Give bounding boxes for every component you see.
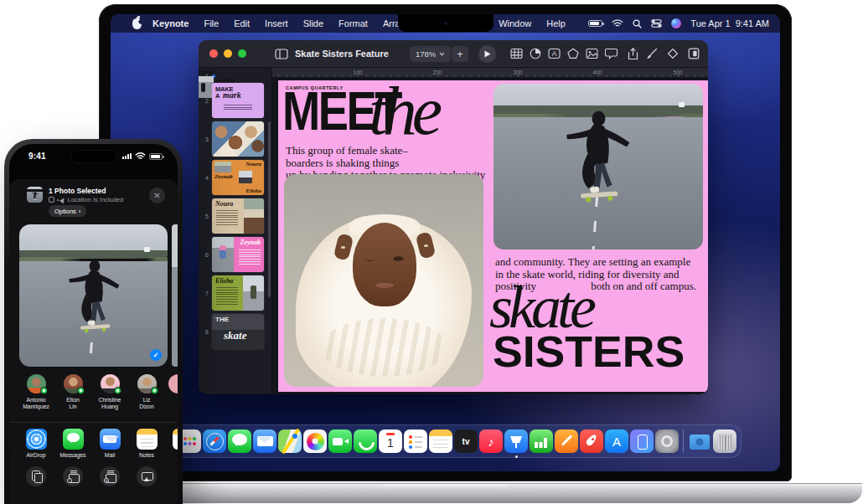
messages-badge-icon (77, 387, 85, 394)
dock-icon-numbers[interactable] (530, 429, 553, 453)
text-box-button[interactable]: A (548, 48, 561, 59)
close-button[interactable]: ✕ (149, 188, 165, 203)
dock-icon-mail[interactable] (253, 429, 276, 453)
animate-button[interactable] (667, 48, 679, 59)
slide-thumbnail-1-selected[interactable]: MEET the SISTERS (212, 75, 215, 78)
add-to-shared-album-action[interactable] (54, 466, 91, 486)
menu-keynote[interactable]: Keynote (145, 18, 196, 28)
ruler-tick: 500 (674, 69, 683, 75)
zoom-to-fit-button[interactable]: + (452, 46, 468, 62)
airdrop-contact[interactable]: AntonioManriquez (18, 374, 54, 410)
menu-format[interactable]: Format (331, 18, 375, 28)
add-to-album-action[interactable]: + (91, 466, 128, 486)
spotlight-search-icon[interactable] (633, 19, 642, 28)
comment-button[interactable] (605, 48, 618, 59)
media-button[interactable] (586, 48, 598, 59)
menu-bar-clock[interactable]: Tue Apr 1 9:41 AM (690, 18, 769, 28)
dock-icon-iphone-mirroring[interactable] (630, 429, 654, 453)
close-window-button[interactable] (209, 49, 218, 58)
airdrop-contact[interactable]: EltonLin (54, 374, 91, 410)
dock-icon-notes[interactable] (429, 429, 452, 453)
dock-icon-settings[interactable] (655, 429, 679, 453)
slide-thumbnail-6[interactable]: Zeynab (212, 237, 264, 272)
control-center-icon[interactable] (651, 19, 662, 28)
options-button[interactable]: Options › (49, 205, 86, 217)
messages-badge-icon (151, 387, 158, 394)
document-button[interactable] (688, 48, 700, 59)
share-apps-row: AirDrop Messages Mail Notes (18, 429, 178, 458)
slide-number: 4 (199, 174, 212, 182)
dock-icon-trash[interactable] (713, 429, 736, 453)
slide-1-editor[interactable]: CAMPUS QUARTERLY MEET the This group of … (278, 80, 708, 392)
table-button[interactable] (510, 48, 523, 59)
dock-icon-music[interactable]: ♪ (479, 429, 503, 453)
dock-icon-safari[interactable] (203, 429, 226, 453)
selected-check-badge: ✓ (150, 349, 162, 361)
insert-tools-group: A (510, 48, 618, 59)
slide-thumbnail-7[interactable]: Elisha (212, 275, 264, 311)
share-button[interactable] (628, 48, 638, 60)
menu-bar-status: Tue Apr 1 9:41 AM (588, 18, 769, 28)
view-sidebar-button[interactable] (275, 49, 288, 59)
dock-icon-downloads[interactable] (688, 429, 711, 453)
dock-icon-tv[interactable]: tv (454, 429, 478, 453)
battery-icon (149, 153, 163, 160)
status-time: 9:41 (28, 152, 46, 161)
siri-icon[interactable] (671, 18, 681, 28)
ruler-tick: 300 (514, 69, 523, 75)
menu-items: KeynoteFileEditInsertSlideFormatArrangeV… (145, 18, 573, 28)
dock-icon-photos[interactable] (303, 429, 327, 453)
copy-action[interactable] (18, 466, 54, 486)
format-button[interactable] (646, 48, 658, 59)
share-actions-row: + (18, 466, 178, 486)
zoom-level-dropdown[interactable]: 178% (410, 46, 451, 62)
menu-window[interactable]: Window (491, 18, 539, 28)
shape-button[interactable] (567, 48, 579, 59)
menu-help[interactable]: Help (539, 18, 573, 28)
macbook: KeynoteFileEditInsertSlideFormatArrangeV… (99, 4, 792, 481)
slide-thumbnail-8[interactable]: THE skate (212, 314, 264, 349)
apple-menu-icon[interactable] (132, 18, 142, 29)
slide-thumbnail-5[interactable]: Noura (212, 198, 264, 234)
dock-icon-pages[interactable] (555, 429, 578, 453)
dock-icon-rocket[interactable] (580, 429, 603, 453)
selected-photo[interactable]: ✓ (19, 224, 168, 367)
contact-name: LizDizon (139, 397, 153, 410)
dock-icon-facetime[interactable] (328, 429, 352, 453)
minimize-window-button[interactable] (224, 49, 232, 58)
airdrop-contact[interactable]: LizDizon (128, 374, 165, 410)
notes-app[interactable]: Notes (128, 429, 165, 458)
slide-thumbnail-4[interactable]: Noura Zeynab Elisha (212, 160, 264, 195)
zoom-window-button[interactable] (238, 49, 246, 58)
slide-photo-portrait[interactable] (284, 174, 483, 387)
slide-photo-skater[interactable] (494, 84, 703, 249)
navigator-scrollbar[interactable] (268, 121, 271, 297)
wifi-icon[interactable] (612, 19, 623, 28)
mail-app[interactable]: Mail (91, 429, 128, 458)
selected-photo-thumbnail (27, 187, 43, 203)
menu-slide[interactable]: Slide (296, 18, 331, 28)
play-button[interactable] (478, 45, 496, 63)
dock-icon-calendar[interactable]: 1 (379, 429, 402, 453)
airdrop-app[interactable]: AirDrop (18, 429, 54, 458)
contact-avatar (64, 374, 83, 393)
dock-icon-appstore[interactable]: A (605, 429, 628, 453)
dock-icon-phone[interactable] (354, 429, 377, 453)
menu-file[interactable]: File (196, 18, 226, 28)
menu-edit[interactable]: Edit (226, 18, 257, 28)
menu-insert[interactable]: Insert (257, 18, 296, 28)
messages-app[interactable]: Messages (54, 429, 91, 458)
airplay-action[interactable] (128, 466, 165, 486)
slide-thumbnail-3[interactable] (212, 121, 264, 157)
slide-thumbnail-2[interactable]: MAKE A mark (212, 83, 264, 118)
dock-icon-reminders[interactable] (404, 429, 427, 453)
dock-icon-maps[interactable] (278, 429, 302, 453)
airdrop-contacts-row: AntonioManriquez EltonLin (18, 374, 178, 410)
dock-icon-messages[interactable] (228, 429, 251, 453)
ruler-tick: 100 (354, 69, 363, 75)
slide-number: 7 (199, 290, 212, 297)
battery-icon[interactable] (588, 20, 602, 27)
airdrop-contact[interactable]: ChristineHuang (91, 374, 128, 410)
chart-button[interactable] (530, 48, 541, 59)
dock-icon-keynote[interactable] (504, 429, 528, 453)
